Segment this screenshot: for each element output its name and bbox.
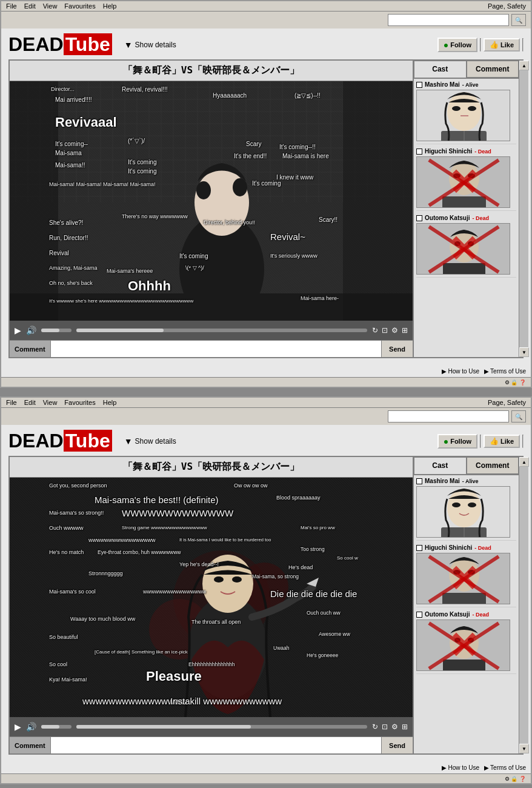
send-button-2[interactable]: Send [381, 737, 413, 753]
menu-favourites-1[interactable]: Favourites [64, 2, 95, 10]
progress-bar-2[interactable] [76, 725, 367, 729]
cast-checkbox-outomo-1[interactable] [416, 215, 422, 221]
tab-cast-1[interactable]: Cast [414, 61, 467, 78]
follow-button-2[interactable]: ● Follow [437, 434, 477, 449]
sidebar-scrollbar-1: ▲ ▼ [519, 61, 528, 357]
cast-checkbox-outomo-2[interactable] [416, 612, 422, 618]
progress-bar-1[interactable] [76, 329, 367, 332]
logo-dead-2: DEAD [8, 430, 64, 452]
svg-point-52 [449, 558, 479, 592]
show-details-2[interactable]: ▼ Show details [124, 436, 176, 446]
how-to-use-link-1[interactable]: ▶ How to Use [442, 368, 479, 375]
svg-point-44 [232, 576, 242, 583]
cast-image-mai-2 [416, 486, 510, 538]
fullscreen-icon-1[interactable]: ⊡ [382, 326, 388, 335]
grid-icon-2[interactable]: ⊞ [402, 723, 408, 731]
video-screen-1[interactable]: Revivaaal Mai arrived!!!! Revival, reviv… [10, 81, 413, 321]
scroll-track-2[interactable] [519, 467, 528, 744]
scroll-track-1[interactable] [519, 70, 528, 347]
menu-file-2[interactable]: File [6, 399, 17, 406]
svg-point-9 [233, 178, 247, 196]
tab-comment-2[interactable]: Comment [467, 457, 519, 474]
cast-header-outomo-2: Outomo Katsuji - Dead [416, 611, 516, 618]
cast-image-mai-1 [416, 90, 510, 141]
volume-bar-2[interactable] [41, 725, 71, 729]
cast-svg-higuchi-2 [417, 553, 510, 604]
cast-checkbox-higuchi-1[interactable] [416, 149, 422, 155]
svg-rect-62 [443, 659, 485, 671]
footer-2: ▶ How to Use ▶ Terms of Use [1, 762, 531, 773]
show-details-1[interactable]: ▼ Show details [124, 40, 176, 50]
menu-file-1[interactable]: File [6, 2, 17, 10]
grid-icon-1[interactable]: ⊞ [402, 326, 408, 335]
search-input-1[interactable] [388, 14, 509, 26]
like-button-2[interactable]: 👍 Like [484, 435, 520, 448]
search-button-1[interactable]: 🔍 [511, 14, 526, 26]
search-button-2[interactable]: 🔍 [511, 410, 526, 422]
svg-point-53 [453, 570, 461, 575]
video-title-1: 「舞＆町谷」VS「映研部長＆メンバー」 [10, 61, 413, 81]
sidebar-2: Cast Comment Mashiro Mai - Alive [413, 457, 519, 753]
volume-button-1[interactable]: 🔊 [26, 326, 36, 335]
menu-edit-2[interactable]: Edit [24, 399, 36, 406]
follow-dot-2: ● [444, 436, 448, 446]
terms-link-1[interactable]: ▶ Terms of Use [484, 368, 526, 375]
cast-header-mai-1: Mashiro Mai - Alive [416, 81, 516, 88]
svg-point-23 [453, 173, 461, 178]
svg-point-16 [452, 106, 461, 111]
fullscreen-icon-2[interactable]: ⊡ [382, 723, 388, 731]
menu-help-2[interactable]: Help [103, 399, 117, 406]
svg-point-60 [454, 638, 461, 643]
cast-status-mai-1: - Alive [462, 82, 479, 88]
menu-help-1[interactable]: Help [103, 2, 117, 10]
tab-cast-2[interactable]: Cast [414, 457, 467, 474]
settings-icon-1[interactable]: ⚙ [391, 326, 398, 335]
refresh-icon-1[interactable]: ↻ [372, 326, 378, 335]
page-content-2: DEADTube ▼ Show details ● Follow 👍 Like [1, 425, 531, 762]
video-container-2: 「舞＆町谷」VS「映研部長＆メンバー」 [10, 457, 413, 753]
volume-button-2[interactable]: 🔊 [26, 722, 36, 732]
terms-link-2[interactable]: ▶ Terms of Use [484, 764, 526, 771]
search-input-2[interactable] [388, 410, 509, 422]
cast-checkbox-higuchi-2[interactable] [416, 545, 422, 551]
follow-button-1[interactable]: ● Follow [437, 38, 477, 52]
site-header-1: DEADTube ▼ Show details ● Follow 👍 Like [8, 33, 524, 56]
scroll-up-2[interactable]: ▲ [519, 457, 529, 467]
comment-input-2[interactable] [51, 737, 381, 753]
svg-point-24 [468, 173, 475, 178]
how-to-use-arrow-1: ▶ [442, 368, 447, 375]
show-details-arrow-1: ▼ [124, 40, 133, 50]
like-button-1[interactable]: 👍 Like [484, 38, 520, 52]
cast-header-higuchi-1: Higuchi Shinichi - Dead [416, 148, 516, 155]
scroll-down-2[interactable]: ▼ [519, 744, 529, 753]
menu-view-2[interactable]: View [43, 399, 58, 406]
sidebar-1: Cast Comment Mashiro Mai - Alive [413, 61, 519, 357]
like-label-2: Like [500, 438, 514, 445]
refresh-icon-2[interactable]: ↻ [372, 723, 378, 731]
how-to-use-link-2[interactable]: ▶ How to Use [442, 764, 479, 771]
cast-header-higuchi-2: Higuchi Shinichi - Dead [416, 544, 516, 551]
cast-checkbox-mai-1[interactable] [416, 82, 422, 88]
play-button-1[interactable]: ▶ [15, 326, 21, 335]
send-button-1[interactable]: Send [381, 341, 413, 357]
tab-comment-1[interactable]: Comment [467, 61, 519, 78]
follow-dot-1: ● [444, 40, 448, 50]
cast-image-outomo-1 [416, 223, 510, 275]
play-button-2[interactable]: ▶ [15, 722, 21, 732]
menu-favourites-2[interactable]: Favourites [64, 399, 95, 406]
taskbar-icons-1: ⚙ 🔒 ❓ [505, 379, 526, 386]
svg-rect-55 [442, 593, 486, 604]
progress-fill-2 [76, 725, 251, 729]
video-container-1: 「舞＆町谷」VS「映研部長＆メンバー」 [10, 61, 413, 357]
comment-input-1[interactable] [51, 341, 381, 357]
cast-header-outomo-1: Outomo Katsuji - Dead [416, 215, 516, 221]
cast-checkbox-mai-2[interactable] [416, 478, 422, 484]
scroll-down-1[interactable]: ▼ [519, 347, 529, 357]
video-screen-2[interactable]: Got you, second person Ow ow ow ow Mai-s… [10, 478, 413, 717]
menu-view-1[interactable]: View [43, 2, 58, 10]
menu-edit-1[interactable]: Edit [24, 2, 36, 10]
taskbar-icons-2: ⚙ 🔒 ❓ [505, 776, 526, 782]
volume-bar-1[interactable] [41, 329, 71, 332]
settings-icon-2[interactable]: ⚙ [391, 723, 398, 731]
scroll-up-1[interactable]: ▲ [519, 61, 529, 70]
